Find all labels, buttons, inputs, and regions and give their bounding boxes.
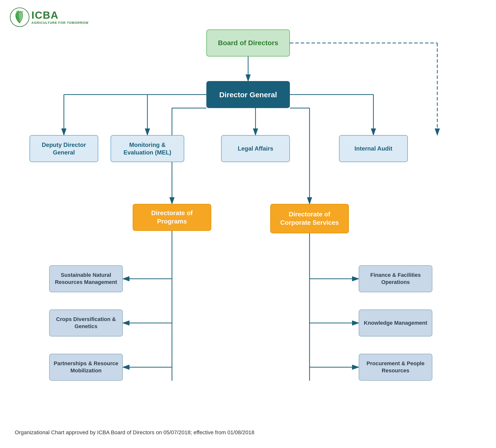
director-general-node: Director General bbox=[206, 81, 290, 108]
board-of-directors-node: Board of Directors bbox=[206, 30, 290, 57]
partnerships-node: Partnerships & Resource Mobilization bbox=[49, 354, 123, 381]
knowledge-node: Knowledge Management bbox=[359, 309, 432, 337]
org-chart: Board of Directors Director General Depu… bbox=[0, 15, 496, 432]
internal-audit-node: Internal Audit bbox=[339, 135, 408, 162]
snrm-node: Sustainable Natural Resources Management bbox=[49, 265, 123, 292]
crops-label: Crops Diversification & Genetics bbox=[54, 316, 118, 330]
footer-text: Organizational Chart approved by ICBA Bo… bbox=[15, 429, 254, 436]
dg-label: Director General bbox=[219, 90, 277, 99]
programs-label: Directorate of Programs bbox=[137, 209, 207, 226]
finance-label: Finance & Facilities Operations bbox=[363, 272, 428, 286]
partnerships-label: Partnerships & Resource Mobilization bbox=[54, 360, 118, 374]
mel-label: Monitoring & Evaluation (MEL) bbox=[115, 141, 180, 156]
deputy-dg-node: Deputy Director General bbox=[30, 135, 98, 162]
programs-node: Directorate of Programs bbox=[133, 204, 211, 231]
knowledge-label: Knowledge Management bbox=[364, 320, 427, 327]
corporate-label: Directorate of Corporate Services bbox=[275, 210, 344, 227]
procurement-label: Procurement & People Resources bbox=[363, 360, 428, 374]
finance-node: Finance & Facilities Operations bbox=[359, 265, 432, 292]
svg-text:نزرع الغد: نزرع الغد bbox=[16, 10, 23, 12]
corporate-node: Directorate of Corporate Services bbox=[270, 204, 349, 233]
legal-label: Legal Affairs bbox=[238, 145, 273, 152]
snrm-label: Sustainable Natural Resources Management bbox=[54, 272, 118, 286]
procurement-node: Procurement & People Resources bbox=[359, 354, 432, 381]
footer-label: Organizational Chart approved by ICBA Bo… bbox=[15, 429, 254, 435]
crops-node: Crops Diversification & Genetics bbox=[49, 309, 123, 337]
mel-node: Monitoring & Evaluation (MEL) bbox=[110, 135, 184, 162]
audit-label: Internal Audit bbox=[355, 145, 392, 152]
legal-affairs-node: Legal Affairs bbox=[221, 135, 290, 162]
board-label: Board of Directors bbox=[218, 39, 278, 47]
ddg-label: Deputy Director General bbox=[34, 141, 94, 156]
